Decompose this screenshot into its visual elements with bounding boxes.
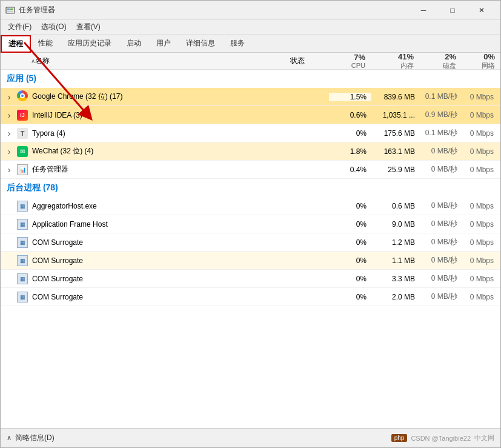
tab-startup[interactable]: 启动 [119,35,149,52]
process-cpu: 0% [329,220,371,229]
col-header-status[interactable]: 状态 [267,56,328,66]
intellij-icon: IJ [17,109,28,121]
process-memory: 2.0 MB [371,293,420,301]
process-name: AggregatorHost.exe [32,202,268,210]
col-header-memory[interactable]: 41% 内存 [370,53,419,70]
process-icon [16,91,28,103]
process-icon: ▦ [16,255,28,267]
table-row[interactable]: ▦COM Surrogate0%2.0 MB0 MB/秒0 Mbps [1,288,500,306]
col-header-disk[interactable]: 2% 磁盘 [419,53,461,70]
process-cpu: 0.6% [329,111,371,119]
table-row[interactable]: › Google Chrome (32 位) (17)1.5%839.6 MB0… [1,88,500,106]
process-memory: 9.0 MB [371,220,420,229]
table-row[interactable]: ▦AggregatorHost.exe0%0.6 MB0 MB/秒0 Mbps [1,197,500,215]
sort-arrow-icon: ∧ [31,58,35,64]
process-network: 0 Mbps [462,147,499,156]
process-network: 0 Mbps [462,165,499,174]
expand-icon[interactable]: › [1,165,13,175]
table-row[interactable]: ›📊任务管理器0.4%25.9 MB0 MB/秒0 Mbps [1,161,500,179]
process-name: COM Surrogate [32,256,268,265]
maximize-button[interactable]: □ [439,1,466,20]
svg-rect-3 [10,8,13,10]
tab-app-history[interactable]: 应用历史记录 [61,35,119,52]
process-disk: 0 MB/秒 [420,219,462,229]
table-row[interactable]: ›TTypora (4)0%175.6 MB0.1 MB/秒0 Mbps [1,124,500,142]
table-header: ∧ 名称 状态 7% CPU 41% 内存 2% 磁盘 0% 网络 [1,53,500,70]
process-memory: 1.2 MB [371,238,420,247]
expand-icon[interactable]: › [1,110,13,120]
section-header-1: 后台进程 (78) [1,179,500,197]
table-row[interactable]: ▦COM Surrogate0%1.1 MB0 MB/秒0 Mbps [1,252,500,270]
content-area: ∧ 名称 状态 7% CPU 41% 内存 2% 磁盘 0% 网络 [1,53,500,428]
process-memory: 1,035.1 ... [371,111,420,119]
process-cpu: 0% [329,293,371,301]
process-cpu: 0% [329,256,371,265]
table-row[interactable]: ▦Application Frame Host0%9.0 MB0 MB/秒0 M… [1,215,500,233]
tab-bar: 进程 性能 应用历史记录 启动 用户 详细信息 服务 [1,35,500,53]
process-network: 0 Mbps [462,293,499,301]
col-header-name[interactable]: ∧ 名称 [1,56,267,66]
table-row[interactable]: ›IJIntelliJ IDEA (3)0.6%1,035.1 ...0.9 M… [1,106,500,124]
process-icon: IJ [16,109,28,121]
process-cpu: 0% [329,202,371,210]
process-name: Application Frame Host [32,220,268,229]
sys-icon: ▦ [17,273,28,284]
title-bar: 任务管理器 ─ □ ✕ [1,1,500,20]
sys-icon: ▦ [17,218,28,230]
status-bar: ∧ 简略信息(D) php CSDN @Tangible22 中文网 [1,428,500,447]
process-name: COM Surrogate [32,238,268,247]
process-cpu: 0% [329,129,371,138]
tab-processes[interactable]: 进程 [1,35,31,53]
tab-details[interactable]: 详细信息 [179,35,223,52]
process-disk: 0 MB/秒 [420,164,462,175]
process-memory: 839.6 MB [371,93,420,101]
menu-options[interactable]: 选项(O) [36,21,71,33]
tab-services[interactable]: 服务 [223,35,253,52]
process-name: WeChat (32 位) (4) [32,146,268,156]
expand-icon[interactable]: › [1,129,13,138]
process-icon: 📊 [16,164,28,176]
process-icon: ▦ [16,200,28,212]
process-disk: 0.1 MB/秒 [420,128,462,138]
process-name: COM Surrogate [32,275,268,283]
process-memory: 1.1 MB [371,256,420,265]
process-memory: 25.9 MB [371,165,420,174]
menu-bar: 文件(F) 选项(O) 查看(V) [1,20,500,35]
table-row[interactable]: ▦COM Surrogate0%1.2 MB0 MB/秒0 Mbps [1,233,500,252]
process-icon: ▦ [16,218,28,230]
process-disk: 0 MB/秒 [420,201,462,211]
col-header-network[interactable]: 0% 网络 [461,53,497,70]
menu-view[interactable]: 查看(V) [71,21,105,33]
menu-file[interactable]: 文件(F) [3,21,36,33]
svg-rect-1 [7,8,10,10]
tab-performance[interactable]: 性能 [31,35,61,52]
process-disk: 0 MB/秒 [420,237,462,247]
process-network: 0 Mbps [462,256,499,265]
typora-icon: T [17,128,28,139]
close-button[interactable]: ✕ [468,1,496,20]
process-network: 0 Mbps [462,111,499,119]
watermark-badge: 中文网 [474,433,494,443]
process-memory: 0.6 MB [371,202,420,210]
status-label[interactable]: 简略信息(D) [15,433,55,443]
expand-icon[interactable]: › [1,147,13,156]
process-disk: 0 MB/秒 [420,146,462,156]
sys-icon: ▦ [17,291,28,303]
process-name: IntelliJ IDEA (3) [32,111,268,119]
process-name: Google Chrome (32 位) (17) [32,92,268,102]
window-title: 任务管理器 [19,5,410,15]
table-row[interactable]: ›✉WeChat (32 位) (4)1.8%163.1 MB0 MB/秒0 M… [1,142,500,161]
process-cpu: 0% [329,238,371,247]
expand-icon[interactable]: › [1,92,13,102]
minimize-button[interactable]: ─ [410,1,437,20]
col-header-cpu[interactable]: 7% CPU [328,53,370,69]
tab-users[interactable]: 用户 [149,35,179,52]
app-icon [5,5,15,15]
table-row[interactable]: ▦COM Surrogate0%3.3 MB0 MB/秒0 Mbps [1,270,500,288]
taskmgr-icon: 📊 [17,164,28,175]
process-network: 0 Mbps [462,93,499,101]
process-name: 任务管理器 [32,164,268,175]
svg-rect-2 [7,11,13,12]
process-network: 0 Mbps [462,129,499,138]
chrome-icon [17,90,28,103]
